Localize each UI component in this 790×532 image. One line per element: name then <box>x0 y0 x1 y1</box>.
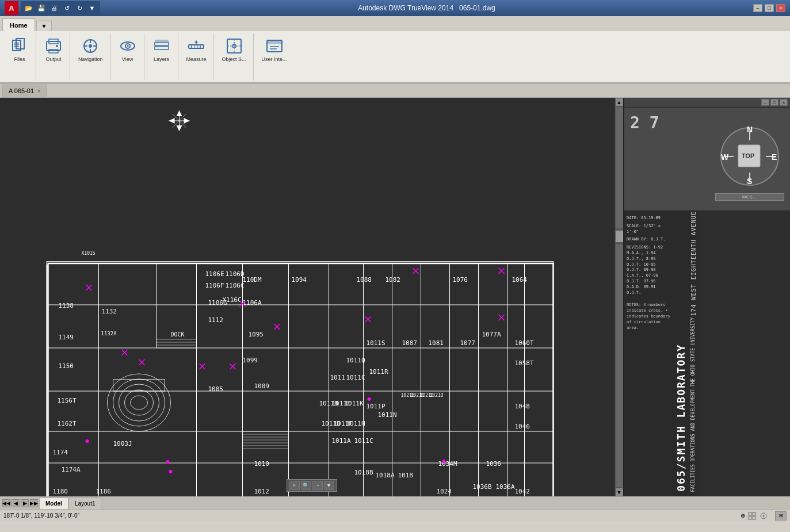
right-panel: – □ × 2 7 N S E W TOP <box>623 98 790 496</box>
svg-text:1174: 1174 <box>53 449 68 456</box>
mini-close-btn[interactable]: × <box>289 481 300 490</box>
svg-rect-21 <box>189 45 204 48</box>
svg-text:E: E <box>772 152 777 162</box>
object-snap-button[interactable]: Object S... <box>220 36 249 63</box>
svg-text:1011Q: 1011Q <box>346 357 365 364</box>
view-button[interactable]: View <box>116 36 139 63</box>
doc-tab-close[interactable]: × <box>37 88 41 94</box>
svg-point-155 <box>166 460 170 464</box>
main-area: 1138 1149 1150 1156T 1162T 1132 1174 117… <box>0 98 790 496</box>
app-title: Autodesk DWG TrueView 2014 065-01.dwg <box>100 4 753 12</box>
svg-text:1099: 1099 <box>243 357 258 364</box>
user-interface-button[interactable]: User Inte... <box>259 36 289 63</box>
tab-layout1[interactable]: Layout1 <box>68 497 102 509</box>
svg-text:W: W <box>721 152 729 162</box>
ribbon-group-measure: Measure <box>180 33 214 81</box>
autodesk-logo: A <box>5 1 18 15</box>
new-button[interactable]: 📂 <box>23 2 35 14</box>
tab-home[interactable]: Home <box>2 18 35 31</box>
building-dept: FACILITIES OPERATIONS AND DEVELOPMENT—TH… <box>690 317 697 492</box>
svg-text:1011P: 1011P <box>367 403 386 410</box>
ribbon-content: Files Output <box>0 31 790 83</box>
output-button[interactable]: Output <box>42 36 65 63</box>
svg-rect-19 <box>155 47 169 49</box>
svg-rect-18 <box>155 43 169 45</box>
print-button[interactable]: 🖨 <box>48 2 60 14</box>
panel-restore-btn[interactable]: □ <box>770 99 778 106</box>
snap-icon <box>759 511 768 520</box>
svg-text:1132: 1132 <box>102 308 117 315</box>
svg-point-17 <box>127 45 128 47</box>
measure-button[interactable]: Measure <box>184 36 209 63</box>
svg-point-156 <box>169 470 173 473</box>
view-cube-icon[interactable]: ⊞ <box>775 511 787 520</box>
nav-last[interactable]: ▶▶ <box>30 499 38 507</box>
svg-text:110DM: 110DM <box>243 276 262 284</box>
building-name: 065/SMITH LABORATORY <box>675 344 687 492</box>
navigation-button[interactable]: Navigation <box>76 36 105 63</box>
svg-text:1106A: 1106A <box>243 299 262 307</box>
measure-buttons: Measure <box>184 33 209 81</box>
user-interface-icon <box>265 37 284 55</box>
svg-point-216 <box>763 515 765 516</box>
svg-text:1036A: 1036A <box>496 483 515 491</box>
mini-search-btn[interactable]: 🔍 <box>301 481 311 490</box>
panel-controls-bar: – □ × <box>624 98 790 108</box>
svg-text:1011C: 1011C <box>354 437 373 445</box>
svg-text:1162T: 1162T <box>58 420 77 427</box>
svg-text:1024: 1024 <box>437 488 452 495</box>
close-button[interactable]: × <box>776 4 785 12</box>
undo-button[interactable]: ↺ <box>61 2 72 14</box>
files-button[interactable]: Files <box>8 36 31 63</box>
layers-icon <box>152 37 171 55</box>
quick-access-toolbar: 📂 💾 🖨 ↺ ↻ ▼ <box>21 1 100 15</box>
navigation-icon <box>81 37 100 55</box>
svg-text:1095: 1095 <box>249 331 264 338</box>
svg-text:1011: 1011 <box>330 374 346 381</box>
user-interface-buttons: User Inte... <box>259 33 289 81</box>
svg-text:1064: 1064 <box>512 276 528 284</box>
svg-text:1009: 1009 <box>254 382 270 390</box>
svg-text:1138: 1138 <box>59 302 74 309</box>
svg-text:1011A: 1011A <box>332 437 351 445</box>
document-tab[interactable]: A 065-01 × <box>2 85 47 97</box>
svg-text:1018A: 1018A <box>376 472 395 479</box>
navigation-buttons: Navigation <box>76 33 105 81</box>
floorplan-svg: 1138 1149 1150 1156T 1162T 1132 1174 117… <box>0 98 623 496</box>
title-block-drawn: DRAWN BY: O.J.T. <box>627 237 673 243</box>
files-buttons: Files <box>8 33 31 81</box>
restore-button[interactable]: □ <box>765 4 774 12</box>
nav-prev[interactable]: ◀ <box>12 499 20 507</box>
compass-area: 2 7 N S E W TOP <box>624 108 790 211</box>
nav-next[interactable]: ▶ <box>21 499 29 507</box>
svg-text:1011N: 1011N <box>378 411 397 419</box>
save-button[interactable]: 💾 <box>36 2 47 14</box>
compass-widget: N S E W TOP WCS ... <box>715 116 784 201</box>
svg-text:1076: 1076 <box>453 276 468 284</box>
minimize-button[interactable]: – <box>753 4 762 12</box>
title-block-vertical-text: 065/SMITH LABORATORY 174 WEST EIGHTEENTH… <box>675 216 697 492</box>
redo-button[interactable]: ↻ <box>74 2 85 14</box>
object-snap-icon <box>225 37 243 55</box>
vertical-scrollbar[interactable]: ▲ ▼ <box>615 98 623 496</box>
svg-point-8 <box>56 45 58 47</box>
svg-text:1106C: 1106C <box>226 282 245 289</box>
mini-next-btn[interactable]: → <box>312 481 323 490</box>
ribbon: Home ▼ Files <box>0 16 790 84</box>
panel-minimize-btn[interactable]: – <box>761 99 769 106</box>
svg-text:1036B: 1036B <box>473 483 492 491</box>
tab-model[interactable]: Model <box>39 497 68 509</box>
qa-dropdown[interactable]: ▼ <box>86 2 98 14</box>
ribbon-group-user-interface: User Inte... <box>255 33 294 81</box>
svg-text:1088: 1088 <box>357 276 372 284</box>
tab-dropdown[interactable]: ▼ <box>36 21 52 31</box>
mini-dropdown-btn[interactable]: ▼ <box>324 481 334 490</box>
panel-close-btn[interactable]: × <box>780 99 788 106</box>
svg-text:1042: 1042 <box>515 488 531 495</box>
drawing-area[interactable]: 1138 1149 1150 1156T 1162T 1132 1174 117… <box>0 98 623 496</box>
nav-first[interactable]: ◀◀ <box>2 499 10 507</box>
ribbon-group-output: Output <box>37 33 70 81</box>
layers-button[interactable]: Layers <box>150 36 173 63</box>
svg-text:1011K: 1011K <box>345 400 364 407</box>
svg-text:1011C: 1011C <box>346 374 365 381</box>
